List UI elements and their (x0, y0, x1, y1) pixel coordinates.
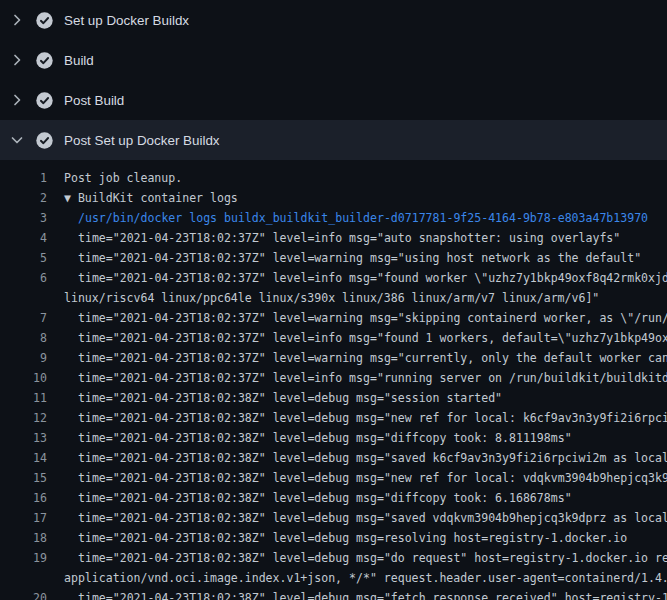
line-number[interactable]: 5 (0, 248, 47, 268)
log-text: linux/riscv64 linux/ppc64le linux/s390x … (47, 288, 599, 308)
line-number[interactable]: 14 (0, 448, 47, 468)
log-text[interactable]: ▼ BuildKit container logs (47, 188, 238, 208)
log-text: time="2021-04-23T18:02:38Z" level=debug … (47, 468, 667, 488)
log-row: 7time="2021-04-23T18:02:37Z" level=warni… (0, 308, 667, 328)
log-text: time="2021-04-23T18:02:38Z" level=debug … (47, 508, 667, 528)
line-number[interactable]: 3 (0, 208, 47, 228)
log-text: application/vnd.oci.image.index.v1+json,… (47, 568, 667, 588)
steps-list: Set up Docker Buildx Build Post Build Po… (0, 0, 667, 160)
line-number[interactable]: 10 (0, 368, 47, 388)
step-label: Post Build (64, 93, 124, 108)
log-text: time="2021-04-23T18:02:37Z" level=info m… (47, 328, 667, 348)
log-row: linux/riscv64 linux/ppc64le linux/s390x … (0, 288, 667, 308)
line-number[interactable]: 8 (0, 328, 47, 348)
log-row: 13time="2021-04-23T18:02:38Z" level=debu… (0, 428, 667, 448)
step-label: Post Set up Docker Buildx (64, 133, 220, 148)
log-row: 6time="2021-04-23T18:02:37Z" level=info … (0, 268, 667, 288)
line-number[interactable]: 13 (0, 428, 47, 448)
line-number[interactable]: 12 (0, 408, 47, 428)
log-text: time="2021-04-23T18:02:37Z" level=info m… (47, 268, 667, 288)
line-number[interactable]: 2 (0, 188, 47, 208)
log-row: 8time="2021-04-23T18:02:37Z" level=info … (0, 328, 667, 348)
log-row: 15time="2021-04-23T18:02:38Z" level=debu… (0, 468, 667, 488)
line-number[interactable] (0, 568, 47, 588)
check-circle-icon (36, 92, 53, 109)
log-row: 1Post job cleanup. (0, 168, 667, 188)
log-row: 14time="2021-04-23T18:02:38Z" level=debu… (0, 448, 667, 468)
log-text: time="2021-04-23T18:02:38Z" level=debug … (47, 408, 667, 428)
log-row: 5time="2021-04-23T18:02:37Z" level=warni… (0, 248, 667, 268)
step-header-build[interactable]: Build (0, 40, 667, 80)
step-label: Set up Docker Buildx (64, 13, 189, 28)
log-text: time="2021-04-23T18:02:37Z" level=warnin… (47, 348, 667, 368)
step-label: Build (64, 53, 94, 68)
log-text: time="2021-04-23T18:02:38Z" level=debug … (47, 388, 502, 408)
log-text: time="2021-04-23T18:02:37Z" level=warnin… (47, 308, 667, 328)
log-row: 17time="2021-04-23T18:02:38Z" level=debu… (0, 508, 667, 528)
log-text: time="2021-04-23T18:02:38Z" level=debug … (47, 548, 667, 568)
check-circle-icon (36, 12, 53, 29)
line-number[interactable]: 16 (0, 488, 47, 508)
log-row: 11time="2021-04-23T18:02:38Z" level=debu… (0, 388, 667, 408)
log-text: time="2021-04-23T18:02:38Z" level=debug … (47, 528, 627, 548)
log-command-text: /usr/bin/docker logs buildx_buildkit_bui… (47, 208, 648, 228)
log-row: 18time="2021-04-23T18:02:38Z" level=debu… (0, 528, 667, 548)
step-header-post-build[interactable]: Post Build (0, 80, 667, 120)
log-row: 20time="2021-04-23T18:02:38Z" level=debu… (0, 588, 667, 600)
line-number[interactable]: 18 (0, 528, 47, 548)
line-number[interactable]: 20 (0, 588, 47, 600)
line-number[interactable]: 11 (0, 388, 47, 408)
log-row: 10time="2021-04-23T18:02:37Z" level=info… (0, 368, 667, 388)
log-group-row: 2▼ BuildKit container logs (0, 188, 667, 208)
check-circle-icon (36, 52, 53, 69)
log-row: 3/usr/bin/docker logs buildx_buildkit_bu… (0, 208, 667, 228)
log-row: 16time="2021-04-23T18:02:38Z" level=debu… (0, 488, 667, 508)
line-number[interactable]: 15 (0, 468, 47, 488)
log-row: 12time="2021-04-23T18:02:38Z" level=debu… (0, 408, 667, 428)
log-text: time="2021-04-23T18:02:37Z" level=info m… (47, 228, 620, 248)
line-number[interactable]: 1 (0, 168, 47, 188)
chevron-right-icon (9, 52, 25, 68)
log-text: time="2021-04-23T18:02:38Z" level=debug … (47, 428, 572, 448)
line-number[interactable]: 4 (0, 228, 47, 248)
step-header-setup-docker-buildx[interactable]: Set up Docker Buildx (0, 0, 667, 40)
step-header-post-setup-docker-buildx[interactable]: Post Set up Docker Buildx (0, 120, 667, 160)
log-text: time="2021-04-23T18:02:37Z" level=warnin… (47, 248, 641, 268)
log-text: time="2021-04-23T18:02:38Z" level=debug … (47, 448, 667, 468)
log-text: time="2021-04-23T18:02:37Z" level=info m… (47, 368, 667, 388)
log-row: 9time="2021-04-23T18:02:37Z" level=warni… (0, 348, 667, 368)
line-number[interactable]: 7 (0, 308, 47, 328)
log-text: Post job cleanup. (47, 168, 182, 188)
log-row: application/vnd.oci.image.index.v1+json,… (0, 568, 667, 588)
line-number[interactable]: 9 (0, 348, 47, 368)
chevron-right-icon (9, 92, 25, 108)
log-output: 1Post job cleanup.2▼ BuildKit container … (0, 160, 667, 600)
log-row: 19time="2021-04-23T18:02:38Z" level=debu… (0, 548, 667, 568)
line-number[interactable]: 17 (0, 508, 47, 528)
chevron-down-icon (9, 132, 25, 148)
log-text: time="2021-04-23T18:02:38Z" level=debug … (47, 588, 667, 600)
log-row: 4time="2021-04-23T18:02:37Z" level=info … (0, 228, 667, 248)
check-circle-icon (36, 132, 53, 149)
line-number[interactable] (0, 288, 47, 308)
line-number[interactable]: 19 (0, 548, 47, 568)
log-text: time="2021-04-23T18:02:38Z" level=debug … (47, 488, 572, 508)
chevron-right-icon (9, 12, 25, 28)
line-number[interactable]: 6 (0, 268, 47, 288)
